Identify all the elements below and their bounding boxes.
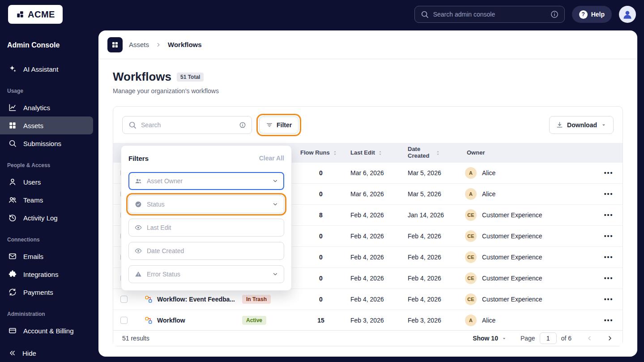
chevron-right-icon bbox=[155, 42, 162, 48]
filter-field-asset-owner[interactable]: Asset Owner bbox=[128, 172, 284, 190]
sidebar-title: Admin Console bbox=[7, 41, 98, 49]
acme-logo-icon bbox=[16, 10, 25, 19]
previous-page-button[interactable] bbox=[586, 335, 593, 342]
sidebar-item-label: Submissions bbox=[23, 140, 61, 147]
sidebar-section-usage: Usage bbox=[7, 88, 98, 94]
row-actions-button[interactable]: ••• bbox=[595, 233, 623, 240]
card-toolbar: Filter Download bbox=[113, 107, 623, 143]
clear-all-button[interactable]: Clear All bbox=[259, 155, 284, 162]
search-icon bbox=[420, 10, 429, 19]
date-created-value: Feb 4, 2026 bbox=[403, 275, 462, 282]
filter-field-last-edit[interactable]: Last Edit bbox=[128, 219, 284, 237]
page-size-label: Show 10 bbox=[473, 335, 498, 342]
owner-name: Customer Experience bbox=[482, 275, 542, 282]
column-header-date-created[interactable]: Date Created bbox=[403, 146, 462, 159]
owner-avatar: CE bbox=[465, 230, 477, 242]
sidebar-item-ai-assistant[interactable]: AI Assistant bbox=[0, 60, 93, 78]
grid-icon bbox=[107, 37, 123, 52]
question-icon: ? bbox=[579, 10, 588, 19]
row-checkbox[interactable] bbox=[120, 317, 128, 324]
filter-field-label: Error Status bbox=[147, 271, 268, 278]
sidebar-item-account-billing[interactable]: Account & Billing bbox=[0, 322, 93, 340]
sidebar-item-integrations[interactable]: Integrations bbox=[0, 265, 93, 283]
row-actions-button[interactable]: ••• bbox=[595, 275, 623, 282]
chevron-down-icon bbox=[601, 122, 607, 128]
filter-button[interactable]: Filter bbox=[259, 116, 299, 134]
admin-search-input[interactable] bbox=[433, 11, 546, 18]
sort-icon bbox=[333, 150, 337, 156]
page-of-label: of 6 bbox=[561, 335, 571, 342]
user-avatar[interactable] bbox=[619, 6, 636, 23]
grid-icon bbox=[8, 121, 17, 130]
sidebar-item-submissions[interactable]: Submissions bbox=[0, 134, 93, 152]
sidebar-item-users[interactable]: Users bbox=[0, 173, 93, 191]
sidebar-hide-button[interactable]: Hide bbox=[8, 349, 36, 358]
eye-icon bbox=[134, 224, 142, 232]
column-header-owner[interactable]: Owner bbox=[462, 150, 595, 156]
chevron-down-icon bbox=[272, 201, 278, 207]
download-button[interactable]: Download bbox=[549, 116, 614, 134]
acme-logo[interactable]: ACME bbox=[8, 5, 63, 24]
sidebar-item-teams[interactable]: Teams bbox=[0, 191, 93, 209]
owner-avatar: A bbox=[465, 167, 477, 179]
last-edit-value: Feb 4, 2026 bbox=[346, 233, 403, 240]
sidebar-item-analytics[interactable]: Analytics bbox=[0, 99, 93, 116]
sidebar-section-people-access: People & Access bbox=[7, 162, 98, 168]
last-edit-value: Mar 6, 2026 bbox=[346, 169, 403, 177]
filter-field-label: Status bbox=[147, 201, 268, 208]
total-count-badge: 51 Total bbox=[177, 73, 204, 82]
workflow-name[interactable]: Workflow: Event Feedba... bbox=[157, 296, 235, 303]
workflow-name[interactable]: Workflow bbox=[157, 317, 185, 324]
row-actions-button[interactable]: ••• bbox=[595, 296, 623, 303]
sidebar-item-activity-log[interactable]: Activity Log bbox=[0, 209, 93, 227]
page-number-input[interactable] bbox=[540, 332, 557, 344]
date-created-value: Feb 4, 2026 bbox=[403, 233, 462, 240]
flow-runs-value: 15 bbox=[296, 317, 346, 324]
owner-name: Alice bbox=[482, 317, 495, 324]
filter-field-status[interactable]: Status bbox=[128, 195, 284, 213]
download-icon bbox=[556, 121, 563, 129]
row-actions-button[interactable]: ••• bbox=[595, 190, 623, 198]
row-checkbox[interactable] bbox=[120, 296, 128, 303]
help-label: Help bbox=[591, 11, 605, 18]
sidebar-item-label: Payments bbox=[23, 289, 53, 296]
page-header: Workflows 51 Total Manage your organizat… bbox=[98, 59, 637, 95]
filter-field-date-created[interactable]: Date Created bbox=[128, 242, 284, 260]
help-button[interactable]: ? Help bbox=[572, 6, 612, 23]
sparkles-icon bbox=[8, 65, 17, 73]
sidebar-item-assets[interactable]: Assets bbox=[0, 116, 93, 134]
next-page-button[interactable] bbox=[606, 335, 614, 342]
owner-name: Alice bbox=[482, 190, 495, 198]
check-circle-icon bbox=[134, 200, 142, 208]
sidebar-section-administration: Administration bbox=[7, 311, 98, 317]
breadcrumb-assets[interactable]: Assets bbox=[129, 41, 149, 48]
last-edit-value: Feb 4, 2026 bbox=[346, 275, 403, 282]
double-chevron-left-icon bbox=[8, 349, 17, 358]
app-window: ACME ? Help Admin Console AI Assistant bbox=[0, 0, 644, 362]
column-header-last-edit[interactable]: Last Edit bbox=[346, 150, 403, 156]
info-icon[interactable] bbox=[239, 121, 246, 129]
download-label: Download bbox=[567, 121, 597, 129]
page-title: Workflows bbox=[113, 70, 171, 84]
sort-icon bbox=[435, 150, 440, 156]
date-created-value: Jan 14, 2026 bbox=[403, 211, 462, 219]
sidebar-item-payments[interactable]: Payments bbox=[0, 283, 93, 301]
filter-field-error-status[interactable]: Error Status bbox=[128, 265, 284, 283]
filter-icon bbox=[266, 121, 273, 129]
workflow-icon bbox=[145, 295, 153, 303]
row-actions-button[interactable]: ••• bbox=[595, 211, 623, 219]
filter-field-label: Last Edit bbox=[147, 224, 278, 231]
row-actions-button[interactable]: ••• bbox=[595, 169, 623, 177]
table-row: Workflow: Event Feedba... In Trash 0 Feb… bbox=[113, 289, 623, 310]
page-size-select[interactable]: Show 10 bbox=[473, 335, 507, 342]
sidebar-item-emails[interactable]: Emails bbox=[0, 247, 93, 265]
info-icon[interactable] bbox=[550, 10, 559, 19]
filter-field-label: Date Created bbox=[147, 247, 278, 254]
flow-runs-value: 0 bbox=[296, 296, 346, 303]
column-header-flow-runs[interactable]: Flow Runs bbox=[296, 150, 346, 156]
row-actions-button[interactable]: ••• bbox=[595, 254, 623, 261]
warning-triangle-icon bbox=[134, 270, 142, 278]
table-search-input[interactable] bbox=[141, 121, 235, 129]
row-actions-button[interactable]: ••• bbox=[595, 317, 623, 324]
sidebar-item-label: Activity Log bbox=[23, 214, 58, 222]
